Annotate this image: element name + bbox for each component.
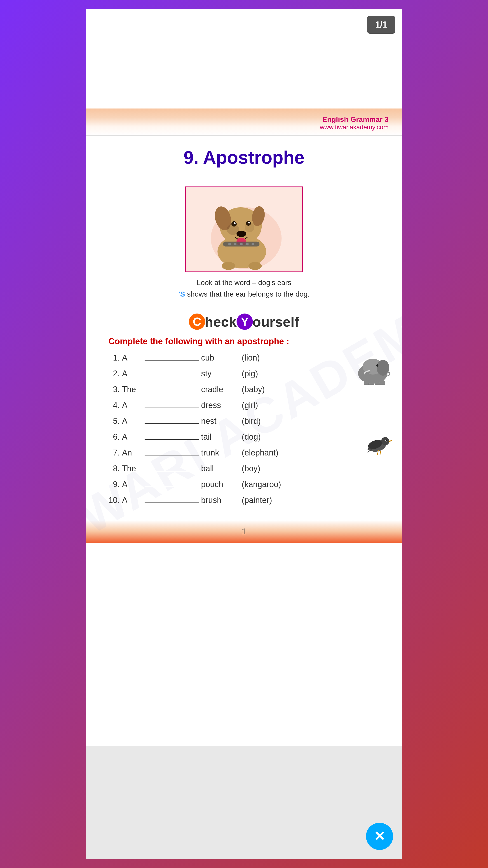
svg-rect-26 <box>364 380 369 385</box>
close-button[interactable]: ✕ <box>366 823 393 850</box>
item-word: ball <box>201 464 242 473</box>
apostrophe-mark: 'S <box>178 290 185 298</box>
svg-point-9 <box>246 221 251 226</box>
item-word: cradle <box>201 385 242 394</box>
caption-line2: 'S shows that the ear belongs to the dog… <box>178 288 310 300</box>
svg-point-31 <box>381 437 389 445</box>
svg-point-18 <box>246 243 249 246</box>
dog-illustration <box>186 187 302 272</box>
exercise-item: 5. A nest (bird) <box>104 416 384 426</box>
item-article: The <box>122 385 142 394</box>
item-animal: (painter) <box>242 495 272 505</box>
caption-line2-text: shows that the ear belongs to the dog. <box>187 290 310 298</box>
item-article: A <box>122 401 142 410</box>
item-blank[interactable] <box>144 501 199 503</box>
website-url: www.tiwariakademy.com <box>99 124 389 131</box>
doc-header: English Grammar 3 www.tiwariakademy.com <box>86 108 402 136</box>
page-footer: 1 <box>86 520 402 543</box>
chapter-title: 9. Apostrophe <box>95 136 393 175</box>
item-animal: (baby) <box>242 385 265 394</box>
item-article: A <box>122 495 142 505</box>
svg-line-38 <box>380 451 381 455</box>
item-word: dress <box>201 401 242 410</box>
item-blank[interactable] <box>144 422 199 424</box>
svg-point-12 <box>236 231 246 237</box>
svg-point-10 <box>234 222 236 224</box>
exercise-section: 1. A cub (lion) 2. A sty (pig) 3. The cr… <box>86 351 402 520</box>
item-article: A <box>122 416 142 426</box>
svg-point-20 <box>222 262 235 270</box>
item-blank[interactable] <box>144 437 199 440</box>
item-blank[interactable] <box>144 358 199 361</box>
svg-point-21 <box>249 262 262 270</box>
top-area: 1/1 <box>86 9 402 108</box>
item-article: A <box>122 369 142 378</box>
item-blank[interactable] <box>144 469 199 471</box>
c-circle: C <box>189 313 205 330</box>
page-indicator: 1/1 <box>367 16 395 34</box>
grammar-title: English Grammar 3 <box>99 115 389 124</box>
dog-section: Look at the word – dog's ears 'S shows t… <box>86 175 402 307</box>
item-word: brush <box>201 495 242 505</box>
bottom-area: ✕ <box>86 746 402 859</box>
svg-point-19 <box>252 243 254 246</box>
item-article: A <box>122 353 142 363</box>
item-number: 4. <box>104 401 122 410</box>
exercise-item: 8. The ball (boy) <box>104 464 384 473</box>
item-blank[interactable] <box>144 485 199 487</box>
svg-rect-29 <box>380 380 385 385</box>
item-blank[interactable] <box>144 374 199 376</box>
bird-image <box>364 432 393 456</box>
exercise-item: 10. A brush (painter) <box>104 495 384 505</box>
item-animal: (lion) <box>242 353 260 363</box>
svg-point-17 <box>240 243 242 246</box>
item-number: 1. <box>104 353 122 363</box>
svg-point-16 <box>234 243 236 246</box>
svg-point-8 <box>231 221 236 226</box>
check-yourself-label: Check Yourself <box>189 313 299 330</box>
dog-image-box <box>185 186 303 272</box>
item-word: pouch <box>201 480 242 489</box>
item-blank[interactable] <box>144 453 199 456</box>
document-area: TIWARI ACADEMY English Grammar 3 www.tiw… <box>86 108 402 746</box>
item-word: trunk <box>201 448 242 458</box>
item-number: 7. <box>104 448 122 458</box>
close-icon[interactable]: ✕ <box>374 830 385 843</box>
item-article: The <box>122 464 142 473</box>
item-word: cub <box>201 353 242 363</box>
y-circle: Y <box>236 313 253 330</box>
svg-point-15 <box>228 243 231 246</box>
item-number: 9. <box>104 480 122 489</box>
svg-point-34 <box>386 440 387 441</box>
item-article: A <box>122 480 142 489</box>
item-number: 6. <box>104 432 122 442</box>
yourself-text: ourself <box>252 314 299 330</box>
item-word: nest <box>201 416 242 426</box>
item-animal: (boy) <box>242 464 260 473</box>
item-word: sty <box>201 369 242 378</box>
page-number: 1 <box>242 527 246 536</box>
item-article: An <box>122 448 142 458</box>
item-word: tail <box>201 432 242 442</box>
caption-line1: Look at the word – dog's ears <box>178 277 310 288</box>
item-blank[interactable] <box>144 390 199 392</box>
instructions: Complete the following with an apostroph… <box>86 334 402 351</box>
dog-caption: Look at the word – dog's ears 'S shows t… <box>178 277 310 300</box>
item-number: 3. <box>104 385 122 394</box>
item-number: 8. <box>104 464 122 473</box>
svg-marker-32 <box>389 440 393 442</box>
item-animal: (bird) <box>242 416 261 426</box>
exercise-item: 3. The cradle (baby) <box>104 385 384 394</box>
item-number: 10. <box>104 495 122 505</box>
item-animal: (girl) <box>242 401 258 410</box>
item-number: 5. <box>104 416 122 426</box>
exercise-item: 9. A pouch (kangaroo) <box>104 480 384 489</box>
check-yourself-section: Check Yourself <box>86 307 402 334</box>
svg-point-24 <box>377 360 389 376</box>
elephant-image <box>355 355 391 385</box>
exercise-item: 1. A cub (lion) <box>104 353 384 363</box>
item-article: A <box>122 432 142 442</box>
exercise-item: 6. A tail (dog) <box>104 432 384 442</box>
item-blank[interactable] <box>144 406 199 408</box>
svg-point-11 <box>248 222 250 223</box>
